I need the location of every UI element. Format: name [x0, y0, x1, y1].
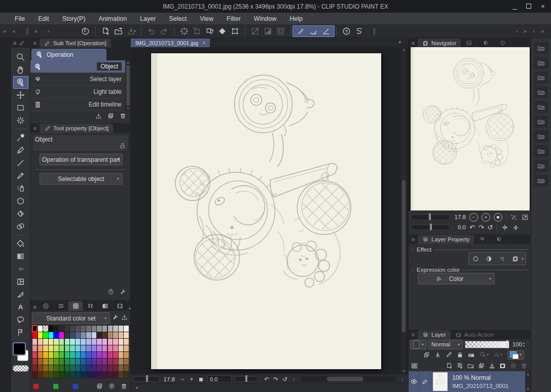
- clip-studio-logo[interactable]: [79, 25, 92, 37]
- color-swatch[interactable]: [92, 352, 96, 358]
- delete-subtool-icon[interactable]: [119, 112, 127, 120]
- layer-row-selected[interactable]: 100 % Normal IMG_20210713_0001: [409, 371, 526, 392]
- duplicate-subtool-icon[interactable]: [107, 112, 115, 120]
- minimize-button[interactable]: [511, 3, 518, 10]
- color-swatch[interactable]: [108, 365, 113, 371]
- layer-tab[interactable]: Layer: [418, 330, 451, 339]
- color-swatch[interactable]: [113, 359, 118, 365]
- menu-window[interactable]: Window: [247, 13, 283, 24]
- operation-tool[interactable]: [13, 76, 28, 89]
- subtool-tab[interactable]: Sub Tool [Operation]: [40, 39, 111, 48]
- color-swatch[interactable]: [113, 345, 118, 351]
- color-swatch[interactable]: [119, 365, 123, 371]
- fit-to-window-button[interactable]: [196, 376, 205, 383]
- color-swatch[interactable]: [92, 372, 96, 378]
- tab-item-bank[interactable]: [477, 38, 494, 48]
- tone-effect-button[interactable]: [482, 255, 495, 263]
- crop-button[interactable]: [229, 25, 241, 37]
- color-swatch[interactable]: [97, 372, 101, 378]
- color-swatch[interactable]: [59, 352, 64, 358]
- color-swatch[interactable]: [97, 352, 101, 358]
- color-swatch[interactable]: [81, 345, 85, 351]
- tab-color-slider[interactable]: [54, 301, 68, 311]
- material-folder-monochromatic-pattern[interactable]: [534, 57, 548, 69]
- subtool-menu-icon[interactable]: ≡: [30, 38, 40, 48]
- color-swatch[interactable]: [76, 339, 80, 345]
- color-swatch[interactable]: [119, 345, 123, 351]
- menu-filter[interactable]: Filter: [220, 13, 247, 24]
- color-swatch[interactable]: [32, 332, 37, 338]
- tab-intermediate-color[interactable]: [83, 301, 98, 311]
- document-viewport[interactable]: [131, 47, 408, 374]
- expression-color-dropdown[interactable]: Color ▾: [418, 273, 495, 284]
- color-swatch[interactable]: [102, 359, 107, 365]
- color-swatch[interactable]: [65, 365, 69, 371]
- quick-swatch-blue[interactable]: [73, 384, 78, 389]
- tab-tone[interactable]: [491, 234, 507, 244]
- color-swatch[interactable]: [119, 339, 123, 345]
- color-swatch[interactable]: [86, 352, 91, 358]
- ruler-tool[interactable]: [13, 288, 28, 301]
- opacity-spinner[interactable]: ▴▾: [523, 341, 525, 347]
- blend-mode-dropdown[interactable]: Normal ▾: [428, 340, 463, 349]
- color-swatch[interactable]: [49, 365, 53, 371]
- reset-default-icon[interactable]: [107, 288, 115, 296]
- eyedropper-tool[interactable]: [13, 131, 28, 144]
- deselect-button[interactable]: [249, 25, 262, 37]
- invert-selection-button[interactable]: [262, 25, 274, 37]
- canvas-vertical-scrollbar[interactable]: ▴ ▾: [401, 48, 407, 373]
- color-swatch[interactable]: [59, 359, 64, 365]
- color-swatch[interactable]: [65, 339, 69, 345]
- color-swatch[interactable]: [32, 326, 37, 332]
- new-raster-layer-icon[interactable]: [446, 362, 453, 370]
- zoom-slider[interactable]: [133, 376, 160, 382]
- tool-palette-header[interactable]: ≡: [11, 38, 30, 48]
- selectable-object-dropdown[interactable]: Selectable object ▾: [40, 173, 123, 185]
- replace-color-icon[interactable]: [96, 382, 103, 390]
- zoom-tool[interactable]: [13, 51, 28, 63]
- color-set-selector[interactable]: Standard color set ▾: [32, 312, 110, 324]
- color-swatch[interactable]: [124, 345, 128, 351]
- expand-right-1-icon[interactable]: ›: [512, 28, 521, 34]
- rotate-ccw-button[interactable]: ↶: [262, 376, 271, 383]
- color-swatch[interactable]: [59, 332, 64, 338]
- reference-layer-icon[interactable]: [434, 351, 442, 359]
- tab-approximate-color[interactable]: [98, 301, 113, 311]
- subtool-group-tab-operation[interactable]: Operation: [31, 49, 106, 60]
- selection-area-tool[interactable]: [13, 101, 28, 114]
- import-color-set-icon[interactable]: [121, 313, 128, 321]
- subtool-item-edit-timeline[interactable]: Edit timeline: [30, 98, 125, 111]
- color-swatch[interactable]: [102, 352, 107, 358]
- color-swatch[interactable]: [65, 352, 69, 358]
- menu-file[interactable]: File: [8, 13, 31, 24]
- scroll-up-icon[interactable]: ▴: [527, 372, 529, 376]
- color-swatch[interactable]: [124, 339, 128, 345]
- color-swatch[interactable]: [32, 359, 37, 365]
- open-file-button[interactable]: [112, 25, 125, 37]
- color-swatch[interactable]: [102, 345, 107, 351]
- color-swatch[interactable]: [108, 359, 113, 365]
- toolbar-grip-icon[interactable]: ║: [373, 28, 376, 34]
- auto-select-tool[interactable]: [13, 114, 28, 127]
- color-swatch[interactable]: [76, 332, 80, 338]
- how-to-use-button[interactable]: [340, 25, 353, 37]
- scroll-up-icon[interactable]: ▴: [127, 60, 129, 64]
- color-swatch[interactable]: [54, 359, 58, 365]
- register-material-button[interactable]: [203, 25, 216, 37]
- ruler-range-dropdown[interactable]: ▾: [493, 351, 502, 359]
- auto-action-tab[interactable]: Auto Action: [451, 330, 498, 339]
- color-swatch[interactable]: [108, 345, 113, 351]
- color-swatch[interactable]: [65, 372, 69, 378]
- reset-rotation-button[interactable]: ↺: [280, 376, 289, 383]
- color-swatch[interactable]: [32, 372, 37, 378]
- color-swatch[interactable]: [70, 359, 75, 365]
- color-swatch[interactable]: [54, 339, 58, 345]
- color-swatch[interactable]: [86, 365, 91, 371]
- nav-reset-rotation-button[interactable]: ↺: [488, 224, 493, 231]
- color-swatch[interactable]: [81, 332, 85, 338]
- material-folder-card-material[interactable]: [534, 116, 548, 128]
- color-swatch[interactable]: [86, 339, 91, 345]
- move-screen-tool[interactable]: [13, 63, 28, 76]
- color-swatch[interactable]: [38, 372, 43, 378]
- color-swatch[interactable]: [108, 339, 113, 345]
